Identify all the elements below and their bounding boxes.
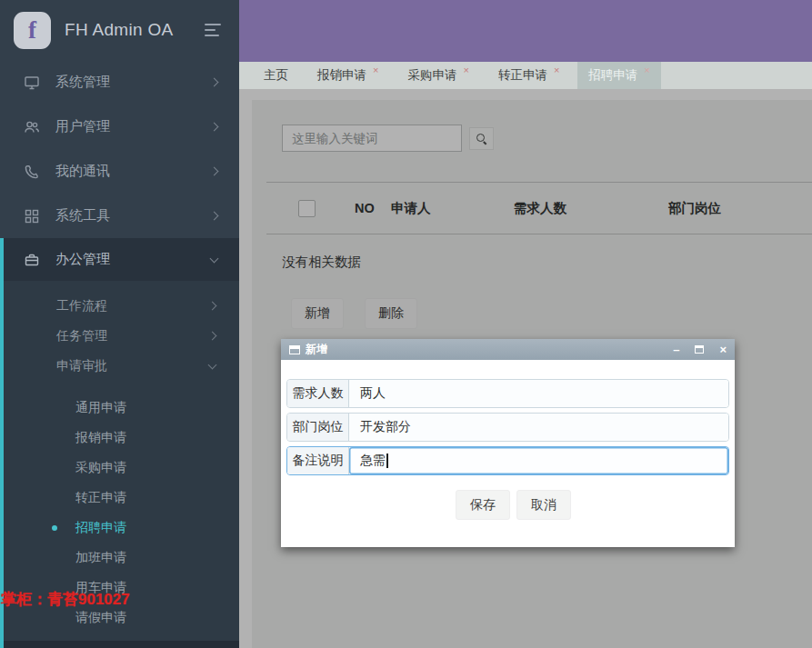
tab-close-icon[interactable]: ×	[463, 65, 468, 75]
maximize-icon[interactable]	[695, 345, 704, 354]
tab-close-icon[interactable]: ×	[373, 65, 378, 75]
sidebar-toggle-icon[interactable]	[203, 20, 223, 40]
sidebar: f FH Admin OA 系统管理 用户管理 我的通讯	[0, 0, 239, 648]
sidebar-item-general-apply[interactable]: 通用申请	[4, 393, 239, 423]
tab-label: 采购申请	[407, 67, 456, 84]
field-department: 部门岗位 开发部分	[286, 413, 729, 442]
sidebar-item-user-manage[interactable]: 用户管理	[0, 105, 239, 149]
remark-input[interactable]: 急需	[349, 447, 728, 474]
sidebar-section-office: 办公管理 工作流程 任务管理 申请审批 通用申请 报销申	[0, 238, 239, 648]
dialog-titlebar[interactable]: 新增 – ×	[281, 339, 735, 360]
save-button[interactable]: 保存	[456, 490, 510, 520]
close-icon[interactable]: ×	[719, 344, 727, 355]
tab-recruit-apply[interactable]: 招聘申请×	[577, 62, 660, 89]
chevron-right-icon	[208, 302, 217, 311]
app-window: f FH Admin OA 系统管理 用户管理 我的通讯	[0, 0, 812, 648]
field-headcount: 需求人数 两人	[286, 379, 729, 408]
field-label: 备注说明	[287, 447, 349, 474]
sidebar-item-office-manage[interactable]: 办公管理	[4, 238, 239, 281]
tab-label: 招聘申请	[588, 67, 637, 84]
top-header-bar	[239, 0, 812, 62]
text-cursor	[386, 454, 388, 468]
logo-glyph: f	[28, 16, 36, 45]
sidebar-item-overtime-apply[interactable]: 加班申请	[4, 543, 239, 573]
field-value: 开发部分	[360, 419, 411, 435]
chevron-right-icon	[210, 167, 219, 176]
window-icon	[289, 345, 300, 354]
sidebar-item-recruit-apply[interactable]: 招聘申请	[4, 513, 239, 543]
sidebar-item-system-manage[interactable]: 系统管理	[0, 60, 239, 105]
sidebar-item-workflow[interactable]: 工作流程	[4, 291, 239, 321]
sidebar-item-label: 办公管理	[55, 251, 110, 268]
sidebar-item-label: 加班申请	[75, 550, 126, 566]
tab-bar: 主页 报销申请× 采购申请× 转正申请× 招聘申请×	[239, 62, 812, 89]
app-logo-icon: f	[14, 12, 51, 49]
field-value: 急需	[360, 453, 386, 469]
active-bullet-icon	[52, 525, 57, 531]
department-input[interactable]: 开发部分	[349, 414, 728, 441]
sidebar-item-label: 转正申请	[75, 490, 126, 506]
logo-row: f FH Admin OA	[0, 0, 239, 60]
sidebar-item-label: 申请审批	[56, 358, 107, 374]
sidebar-item-label: 请假申请	[75, 610, 126, 626]
sidebar-item-apply-approve[interactable]: 申请审批	[4, 351, 239, 381]
sidebar-item-label: 系统管理	[55, 74, 110, 91]
chevron-right-icon	[208, 332, 217, 341]
sidebar-item-label: 工作流程	[56, 298, 107, 314]
tab-regular-apply[interactable]: 转正申请×	[487, 62, 570, 89]
minimize-icon[interactable]: –	[673, 344, 679, 355]
sidebar-item-my-contacts[interactable]: 我的通讯	[0, 149, 239, 194]
chevron-right-icon	[210, 123, 219, 132]
sidebar-item-purchase-apply[interactable]: 采购申请	[4, 453, 239, 483]
tab-close-icon[interactable]: ×	[554, 65, 559, 75]
tab-purchase-apply[interactable]: 采购申请×	[396, 62, 479, 89]
sidebar-bottom-strip	[4, 641, 239, 648]
users-icon	[24, 119, 40, 135]
sidebar-item-expense-apply[interactable]: 报销申请	[4, 423, 239, 453]
app-title: FH Admin OA	[65, 20, 173, 40]
tab-home[interactable]: 主页	[253, 62, 299, 89]
add-dialog: 新增 – × 需求人数 两人 部门岗位 开发部分 备注说明 急需	[281, 339, 735, 547]
sidebar-item-system-tools[interactable]: 系统工具	[0, 194, 239, 238]
sidebar-item-label: 系统工具	[55, 207, 110, 224]
sidebar-item-task-manage[interactable]: 任务管理	[4, 321, 239, 351]
tab-label: 主页	[264, 67, 288, 84]
office-submenu: 工作流程 任务管理 申请审批	[4, 281, 239, 381]
chevron-down-icon	[210, 254, 219, 263]
sidebar-item-label: 用户管理	[55, 118, 110, 135]
field-value: 两人	[360, 385, 386, 402]
monitor-icon	[24, 75, 40, 91]
phone-icon	[24, 164, 40, 180]
field-remark: 备注说明 急需	[286, 446, 729, 475]
tab-expense-apply[interactable]: 报销申请×	[306, 62, 389, 89]
dialog-footer: 保存 取消	[286, 490, 729, 520]
sidebar-item-label: 通用申请	[75, 400, 126, 416]
headcount-input[interactable]: 两人	[349, 380, 728, 407]
chevron-right-icon	[210, 78, 219, 87]
sidebar-item-regular-apply[interactable]: 转正申请	[4, 483, 239, 513]
dialog-window-controls: – ×	[673, 344, 727, 355]
tab-close-icon[interactable]: ×	[644, 65, 649, 75]
content-area: NO 申请人 需求人数 部门岗位 没有相关数据 新增 删除 新增 –	[239, 89, 812, 648]
tab-label: 报销申请	[317, 67, 366, 84]
grid-icon	[24, 208, 40, 224]
field-label: 需求人数	[287, 380, 349, 407]
sidebar-item-label: 我的通讯	[55, 163, 110, 180]
briefcase-icon	[24, 252, 40, 268]
sidebar-item-label: 采购申请	[75, 460, 126, 476]
chevron-right-icon	[210, 212, 219, 221]
sidebar-item-label: 任务管理	[56, 328, 107, 344]
chevron-down-icon	[208, 360, 217, 369]
sidebar-item-label: 报销申请	[75, 430, 126, 446]
sidebar-item-label: 招聘申请	[75, 520, 126, 536]
watermark-text: 掌柜：青苔901027	[1, 589, 130, 610]
dialog-body: 需求人数 两人 部门岗位 开发部分 备注说明 急需 保存 取消	[281, 360, 735, 520]
field-label: 部门岗位	[287, 414, 349, 441]
cancel-button[interactable]: 取消	[516, 490, 571, 520]
tab-label: 转正申请	[498, 67, 547, 84]
dialog-title: 新增	[306, 342, 327, 357]
